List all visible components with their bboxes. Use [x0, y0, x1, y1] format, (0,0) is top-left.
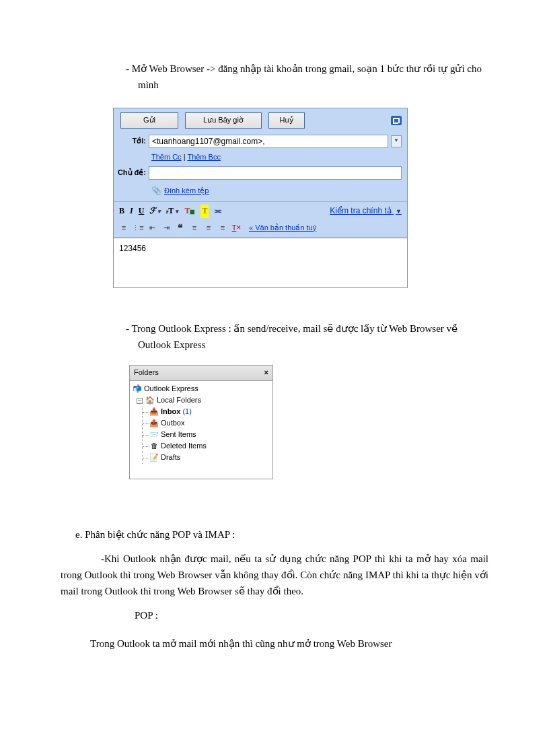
pop-label: POP :	[135, 607, 488, 623]
outlook-folders-screenshot: Folders × 📬 Outlook Express − 🏠 Local Fo…	[129, 365, 488, 479]
pop-behavior-paragraph: Trong Outlook ta mở mail mới nhận thì cũ…	[90, 635, 488, 652]
outlook-express-icon: 📬	[133, 384, 142, 394]
bold-icon[interactable]: B	[119, 205, 124, 217]
subject-label: Chủ đề:	[116, 167, 149, 179]
folders-pane-title: Folders	[134, 367, 159, 379]
inbox-icon: 📥	[149, 407, 159, 417]
save-now-button[interactable]: Lưu Bây giờ	[185, 112, 262, 129]
remove-format-icon[interactable]: T✕	[232, 224, 242, 232]
inbox-unread-count: (1)	[182, 406, 191, 418]
collapse-icon[interactable]: −	[137, 398, 143, 404]
compose-body[interactable]: 123456	[114, 238, 407, 287]
numbered-list-icon[interactable]: ≡	[119, 224, 129, 232]
plain-text-link[interactable]: « Văn bản thuần tuý	[249, 222, 316, 234]
outbox-icon: 📤	[149, 419, 159, 428]
cancel-button[interactable]: Huỷ	[268, 112, 305, 129]
spellcheck-link[interactable]: Kiểm tra chính tả ▼	[330, 205, 402, 217]
font-size-picker[interactable]: ᵣT▾	[166, 205, 179, 217]
attach-file-link[interactable]: Đính kèm tệp	[164, 185, 209, 197]
align-center-icon[interactable]: ≡	[204, 224, 213, 232]
link-icon[interactable]: ⫘	[214, 205, 222, 217]
folder-sent-items[interactable]: 📨 Sent Items	[143, 429, 272, 441]
subject-input[interactable]	[149, 166, 402, 180]
add-bcc-link[interactable]: Thêm Bcc	[187, 153, 221, 161]
sent-items-icon: 📨	[149, 430, 159, 440]
drafts-icon: 📝	[149, 453, 159, 462]
tree-root[interactable]: 📬 Outlook Express	[133, 384, 272, 395]
quote-icon[interactable]: ❝	[176, 224, 185, 232]
cc-bcc-links: Thêm Cc | Thêm Bcc	[114, 150, 407, 165]
section-e-heading: e. Phân biệt chức năng POP và IMAP :	[75, 526, 488, 543]
underline-icon[interactable]: U	[139, 205, 145, 217]
instruction-bullet-1: Mở Web Browser -> đăng nhập tài khoản tr…	[138, 61, 488, 93]
format-toolbar-row2: ≡ ⋮≡ ⇤ ⇥ ❝ ≡ ≡ ≡ T✕ « Văn bản thuần tuý	[114, 221, 407, 238]
to-label: Tới:	[116, 135, 149, 147]
instruction-bullet-2: Trong Outlook Express : ấn send/receive,…	[138, 320, 488, 353]
bulleted-list-icon[interactable]: ⋮≡	[133, 224, 143, 232]
pop-imap-paragraph: -Khi Outlook nhận được mail, nếu ta sử d…	[61, 551, 488, 599]
folder-outbox[interactable]: 📤 Outbox	[143, 418, 272, 429]
local-folders-icon: 🏠	[145, 396, 155, 405]
align-right-icon[interactable]: ≡	[218, 224, 227, 232]
text-color-icon[interactable]: T▩	[184, 205, 195, 217]
indent-icon[interactable]: ⇥	[161, 224, 171, 232]
folder-inbox[interactable]: 📥 Inbox (1)	[143, 407, 272, 418]
send-button[interactable]: Gửi	[120, 112, 178, 129]
align-left-icon[interactable]: ≡	[190, 224, 199, 232]
font-family-picker[interactable]: ℱ▾	[149, 205, 161, 217]
folder-drafts[interactable]: 📝 Drafts	[143, 452, 272, 464]
italic-icon[interactable]: I	[130, 205, 133, 217]
expand-recipients-icon[interactable]: ▼	[391, 135, 402, 147]
deleted-items-icon: 🗑	[149, 442, 159, 451]
to-input[interactable]	[149, 135, 388, 148]
attachment-icon: 📎	[151, 184, 161, 197]
outdent-icon[interactable]: ⇤	[147, 224, 157, 232]
add-cc-link[interactable]: Thêm Cc	[151, 153, 182, 161]
gmail-compose-screenshot: Gửi Lưu Bây giờ Huỷ Tới: ▼ Thêm Cc | Thê…	[113, 108, 488, 288]
close-icon[interactable]: ×	[264, 367, 268, 379]
popout-icon[interactable]	[391, 116, 402, 125]
folder-deleted-items[interactable]: 🗑 Deleted Items	[143, 441, 272, 452]
highlight-icon[interactable]: T	[200, 205, 209, 217]
format-toolbar-row1: B I U ℱ▾ ᵣT▾ T▩ T ⫘ Kiểm tra chính tả ▼	[114, 201, 407, 220]
tree-local-folders[interactable]: − 🏠 Local Folders	[133, 395, 272, 407]
